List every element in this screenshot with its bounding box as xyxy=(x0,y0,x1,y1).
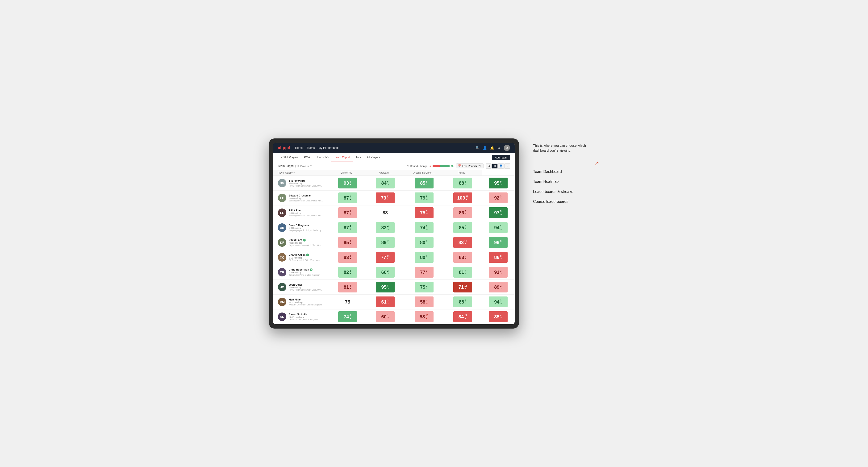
table-row[interactable]: ECEdward Crossman1-5 HandicapSunningdale… xyxy=(273,191,515,206)
player-handicap: 1-5 Handicap xyxy=(289,197,324,199)
score-box: 7111▼ xyxy=(453,282,472,292)
score-value: 103 xyxy=(457,195,465,201)
table-row[interactable]: EEElliot Ebert1-5 HandicapSunningdale Go… xyxy=(273,206,515,220)
player-info: Blair McHargPlus HandicapRoyal North Dev… xyxy=(289,179,324,187)
player-club: Royal North Devon Golf Club, United King… xyxy=(289,244,324,247)
subnav-tour[interactable]: Tour xyxy=(353,153,364,162)
score-box: 748▲ xyxy=(338,311,357,322)
score-value: 86 xyxy=(494,255,499,260)
table-row[interactable]: MMMatt Miller6-10 HandicapWoburn Golf Cl… xyxy=(273,294,515,309)
score-value: 86 xyxy=(459,210,464,216)
player-cell: JCJosh Coles1-5 HandicapRoyal North Devo… xyxy=(273,280,329,294)
subnav-teamclippd[interactable]: Team Clippd xyxy=(331,153,353,162)
subnav-pgat[interactable]: PGAT Players xyxy=(278,153,301,162)
annotation-item-3: Course leaderboards xyxy=(533,199,599,204)
player-name: Matt Miller xyxy=(289,298,322,301)
view-btn-grid[interactable]: ⊞ xyxy=(486,163,492,168)
score-change: 4▲ xyxy=(426,299,428,305)
player-name: Charlie Quick✓ xyxy=(289,253,324,257)
player-handicap: 1-5 Handicap xyxy=(289,272,320,274)
score-change: 3▲ xyxy=(500,299,502,305)
score-change: 1▼ xyxy=(387,314,389,319)
score-value: 73 xyxy=(381,195,386,201)
score-box: 873▼ xyxy=(338,207,357,218)
score-box: 8421▲ xyxy=(453,311,472,322)
score-cell: 773▼ xyxy=(404,265,444,280)
score-cell: 892▼ xyxy=(482,280,515,294)
bell-icon[interactable]: 🔔 xyxy=(490,146,494,150)
score-change: 4▲ xyxy=(349,181,351,186)
player-info: Charlie Quick✓6-10 HandicapSt. George's … xyxy=(289,253,324,261)
team-header: Team Clippd | 14 Players ✏ 20 Round Chan… xyxy=(273,162,515,170)
score-change: 2▼ xyxy=(465,299,467,305)
score-change: 3▼ xyxy=(465,225,467,230)
view-btn-table[interactable]: ▦ xyxy=(492,163,498,168)
page-wrapper: clippd Home Teams My Performance 🔍 👤 🔔 ⚙… xyxy=(269,138,599,329)
table-row[interactable]: BMBlair McHargPlus HandicapRoyal North D… xyxy=(273,176,515,191)
score-box: 897▲ xyxy=(376,237,395,248)
score-box: 874▲ xyxy=(338,222,357,233)
score-change: 11▼ xyxy=(464,284,467,290)
avatar: BM xyxy=(278,179,286,187)
score-box: 943▲ xyxy=(489,297,507,307)
score-cell: 801▲ xyxy=(404,250,444,265)
subnav-allplayers[interactable]: All Players xyxy=(364,153,383,162)
score-value: 84 xyxy=(459,314,464,319)
user-icon[interactable]: 👤 xyxy=(483,146,487,150)
score-box: 866▼ xyxy=(453,207,472,218)
score-cell: 823▲ xyxy=(329,265,366,280)
th-around-green: Around the Green — xyxy=(404,170,444,176)
verified-icon: ✓ xyxy=(303,239,306,242)
table-row[interactable]: CQCharlie Quick✓6-10 HandicapSt. George'… xyxy=(273,250,515,265)
table-row[interactable]: DFDavid Ford✓Plus HandicapRoyal North De… xyxy=(273,235,515,250)
score-value: 77 xyxy=(381,255,386,260)
score-cell: 7714▼ xyxy=(366,250,404,265)
score-change: 10▲ xyxy=(426,314,428,319)
last-rounds-button[interactable]: 📅 Last Rounds: 20 xyxy=(456,163,484,168)
score-cell: 814▲ xyxy=(444,265,482,280)
score-cell: 833▼ xyxy=(329,250,366,265)
player-handicap: Plus Handicap xyxy=(289,242,324,244)
score-value: 89 xyxy=(494,284,499,290)
avatar[interactable]: U xyxy=(504,145,510,151)
score-cell: 824▲ xyxy=(366,220,404,235)
table-row[interactable]: CRChris Robertson✓1-5 HandicapCraigmilla… xyxy=(273,265,515,280)
score-value: 97 xyxy=(494,210,499,216)
nav-link-home[interactable]: Home xyxy=(295,145,303,151)
subnav-pga[interactable]: PGA xyxy=(301,153,313,162)
edit-icon[interactable]: ✏ xyxy=(310,164,312,167)
view-btn-person[interactable]: 👤 xyxy=(498,163,504,168)
score-cell: 934▲ xyxy=(329,176,366,191)
score-cell: 88 xyxy=(366,206,404,220)
score-box: 813▼ xyxy=(338,282,357,292)
subnav-hcaps[interactable]: Hcaps 1-5 xyxy=(313,153,331,162)
score-change: 21▲ xyxy=(464,314,467,319)
settings-icon[interactable]: ⚙ xyxy=(497,146,500,150)
view-btn-more[interactable]: ↕ xyxy=(504,163,510,168)
player-info: Elliot Ebert1-5 HandicapSunningdale Golf… xyxy=(289,209,324,217)
score-cell: 975▲ xyxy=(482,206,515,220)
player-cell: BMBlair McHargPlus HandicapRoyal North D… xyxy=(273,176,329,190)
score-box: 752▲ xyxy=(415,282,434,292)
nav-link-teams[interactable]: Teams xyxy=(306,145,315,151)
score-cell: 741▲ xyxy=(404,220,444,235)
search-icon[interactable]: 🔍 xyxy=(475,146,479,150)
player-cell: CRChris Robertson✓1-5 HandicapCraigmilla… xyxy=(273,265,329,280)
score-box: 799▲ xyxy=(415,192,434,203)
verified-icon: ✓ xyxy=(310,269,312,271)
score-value: 85 xyxy=(420,181,425,186)
table-row[interactable]: DBDave Billingham1-5 HandicapGog Magog G… xyxy=(273,220,515,235)
player-info: Chris Robertson✓1-5 HandicapCraigmillar … xyxy=(289,268,320,276)
player-handicap: 1-5 Handicap xyxy=(289,227,324,229)
arrow-indicator: ↗ xyxy=(533,160,599,167)
player-info: Matt Miller6-10 HandicapWoburn Golf Club… xyxy=(289,298,322,306)
player-name: Chris Robertson✓ xyxy=(289,268,320,272)
add-team-button[interactable]: Add Team xyxy=(492,155,510,160)
score-cell: 853▼ xyxy=(329,235,366,250)
table-row[interactable]: ANAaron Nicholls11-15 HandicapDrift Golf… xyxy=(273,309,515,324)
score-box: 613▼ xyxy=(376,297,395,307)
table-row[interactable]: JCJosh Coles1-5 HandicapRoyal North Devo… xyxy=(273,280,515,294)
score-value: 84 xyxy=(381,181,386,186)
score-box: 584▲ xyxy=(415,297,434,307)
nav-link-myperformance[interactable]: My Performance xyxy=(318,145,339,151)
